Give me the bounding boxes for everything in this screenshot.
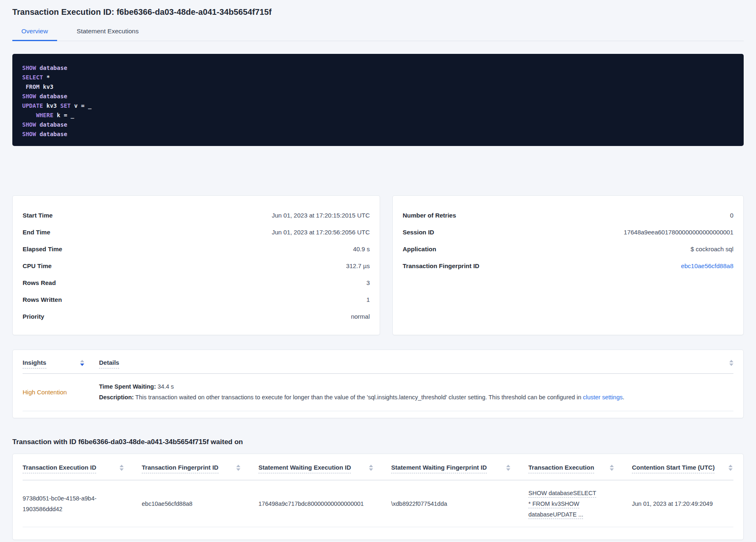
insights-column-label: Insights — [23, 359, 46, 368]
summary-row: Elapsed Time40.9 s — [23, 241, 370, 257]
tab-overview[interactable]: Overview — [12, 28, 57, 41]
cell-transaction-execution: SHOW databaseSELECT * FROM kv3SHOW datab… — [528, 488, 632, 520]
column-header-transaction-fingerprint-id[interactable]: Transaction Fingerprint ID — [142, 464, 258, 473]
summary-row: Application$ cockroach sql — [403, 241, 733, 257]
summary-row: Start TimeJun 01, 2023 at 17:20:15:2015 … — [23, 207, 370, 224]
sort-icon[interactable] — [120, 465, 124, 471]
sort-icon[interactable] — [506, 465, 510, 471]
time-spent-label: Time Spent Waiting: — [99, 383, 156, 390]
cell-transaction-execution-id: 9738d051-bc0e-4158-a9b4-1903586ddd42 — [23, 493, 142, 514]
transaction-execution-id-value: 9738d051-bc0e-4158-a9b4-1903586ddd42 — [23, 493, 97, 514]
summary-label: Number of Retries — [403, 212, 456, 219]
column-header-details: Details — [99, 359, 414, 368]
cell-transaction-fingerprint-id: ebc10ae56cfd88a8 — [142, 498, 258, 509]
description-suffix: . — [622, 394, 624, 401]
sort-icon[interactable] — [610, 465, 614, 471]
transaction-meta-card: Number of Retries0Session ID17648a9eea60… — [392, 195, 744, 335]
summary-value: $ cockroach sql — [691, 246, 733, 252]
sql-line: SHOW database — [22, 130, 734, 139]
insight-row: High Contention Time Spent Waiting: 34.4… — [23, 374, 733, 411]
summary-value: Jun 01, 2023 at 17:20:15:2015 UTC — [272, 212, 370, 219]
cell-contention-start-time: Jun 01, 2023 at 17:20:49:2049 — [632, 498, 733, 509]
summary-label: Transaction Fingerprint ID — [403, 262, 479, 269]
waited-on-table: Transaction Execution IDTransaction Fing… — [12, 454, 744, 540]
column-header-insights[interactable]: Insights — [23, 359, 84, 368]
transaction-summary-card: Start TimeJun 01, 2023 at 17:20:15:2015 … — [12, 195, 380, 335]
sql-line: SHOW database — [22, 63, 734, 73]
sql-line: SELECT * — [22, 73, 734, 82]
cluster-settings-link[interactable]: cluster settings — [583, 394, 623, 401]
summary-label: Rows Written — [23, 296, 62, 303]
column-header-label: Transaction Execution ID — [23, 464, 96, 473]
sql-line: UPDATE kv3 SET v = _ — [22, 101, 734, 111]
summary-row: CPU Time312.7 µs — [23, 257, 370, 274]
summary-value: Jun 01, 2023 at 17:20:56:2056 UTC — [272, 229, 370, 236]
summary-row: Number of Retries0 — [403, 207, 733, 224]
cell-statement-waiting-execution-id: 176498a9c717bdc80000000000000001 — [258, 498, 391, 509]
summary-row: Rows Written1 — [23, 291, 370, 308]
summary-label: Session ID — [403, 229, 434, 236]
transaction-fingerprint-link[interactable]: ebc10ae56cfd88a8 — [681, 262, 733, 269]
insights-table-header: Insights Details — [23, 350, 733, 374]
sort-icon[interactable] — [729, 360, 733, 366]
transaction-execution-link[interactable]: SHOW databaseSELECT * FROM kv3SHOW datab… — [528, 488, 599, 520]
sql-line: FROM kv3 — [22, 82, 734, 92]
summary-value: 3 — [366, 279, 370, 286]
summary-row: Rows Read3 — [23, 274, 370, 291]
description-label: Description: — [99, 394, 134, 401]
summary-label: Priority — [23, 313, 44, 320]
insight-type-badge: High Contention — [23, 389, 84, 396]
summary-label: Elapsed Time — [23, 246, 62, 252]
sort-icon[interactable] — [80, 360, 84, 366]
insight-details: Time Spent Waiting: 34.4 s Description: … — [99, 381, 733, 403]
summary-label: End Time — [23, 229, 50, 236]
column-header-transaction-execution-id[interactable]: Transaction Execution ID — [23, 464, 142, 473]
summary-value: 1 — [366, 296, 370, 303]
summary-row: Session ID17648a9eea60178000000000000000… — [403, 224, 733, 241]
summary-label: Start Time — [23, 212, 53, 219]
tab-bar: Overview Statement Executions — [12, 28, 744, 41]
column-header-statement-waiting-fingerprint-id[interactable]: Statement Waiting Fingerprint ID — [391, 464, 528, 473]
time-spent-value: 34.4 s — [156, 383, 174, 390]
column-header-contention-start-time-utc[interactable]: Contention Start Time (UTC) — [632, 464, 733, 473]
sql-line: WHERE k = _ — [22, 111, 734, 120]
cell-statement-waiting-fingerprint-id: \xdb8922f077541dda — [391, 498, 528, 509]
sort-icon[interactable] — [728, 465, 733, 471]
insights-table: Insights Details High Contention Time Sp… — [12, 350, 744, 418]
summary-cards: Start TimeJun 01, 2023 at 17:20:15:2015 … — [12, 195, 744, 335]
column-header-statement-waiting-execution-id[interactable]: Statement Waiting Execution ID — [258, 464, 391, 473]
summary-row: End TimeJun 01, 2023 at 17:20:56:2056 UT… — [23, 224, 370, 241]
sql-line: SHOW database — [22, 120, 734, 130]
summary-value: 17648a9eea6017800000000000000001 — [624, 229, 733, 236]
column-header-label: Contention Start Time (UTC) — [632, 464, 715, 473]
description-text: This transaction waited on other transac… — [134, 394, 583, 401]
table-row: 9738d051-bc0e-4158-a9b4-1903586ddd42 ebc… — [23, 480, 733, 527]
tab-statement-executions[interactable]: Statement Executions — [68, 28, 148, 41]
column-header-label: Transaction Execution — [528, 464, 594, 473]
summary-row: Prioritynormal — [23, 308, 370, 325]
summary-value: 312.7 µs — [346, 262, 370, 269]
column-header-label: Statement Waiting Execution ID — [258, 464, 351, 473]
time-spent-waiting: Time Spent Waiting: 34.4 s — [99, 381, 733, 392]
summary-label: CPU Time — [23, 262, 52, 269]
column-header-label: Statement Waiting Fingerprint ID — [391, 464, 487, 473]
sort-icon[interactable] — [236, 465, 240, 471]
sql-line: SHOW database — [22, 92, 734, 101]
summary-value: 40.9 s — [353, 246, 370, 252]
summary-label: Application — [403, 246, 436, 252]
insight-description: Description: This transaction waited on … — [99, 392, 733, 403]
summary-label: Rows Read — [23, 279, 56, 286]
page-title: Transaction Execution ID: f6be6366-da03-… — [12, 0, 744, 17]
details-column-label: Details — [99, 359, 119, 368]
column-header-label: Transaction Fingerprint ID — [142, 464, 219, 473]
sql-statement-box: SHOW databaseSELECT * FROM kv3SHOW datab… — [12, 54, 744, 146]
sort-icon[interactable] — [369, 465, 373, 471]
waited-on-heading: Transaction with ID f6be6366-da03-48de-a… — [12, 438, 744, 446]
summary-value: 0 — [730, 212, 733, 219]
column-header-transaction-execution[interactable]: Transaction Execution — [528, 464, 632, 473]
summary-value: normal — [351, 313, 370, 320]
summary-row: Transaction Fingerprint IDebc10ae56cfd88… — [403, 257, 733, 274]
waited-on-table-header: Transaction Execution IDTransaction Fing… — [23, 454, 733, 480]
